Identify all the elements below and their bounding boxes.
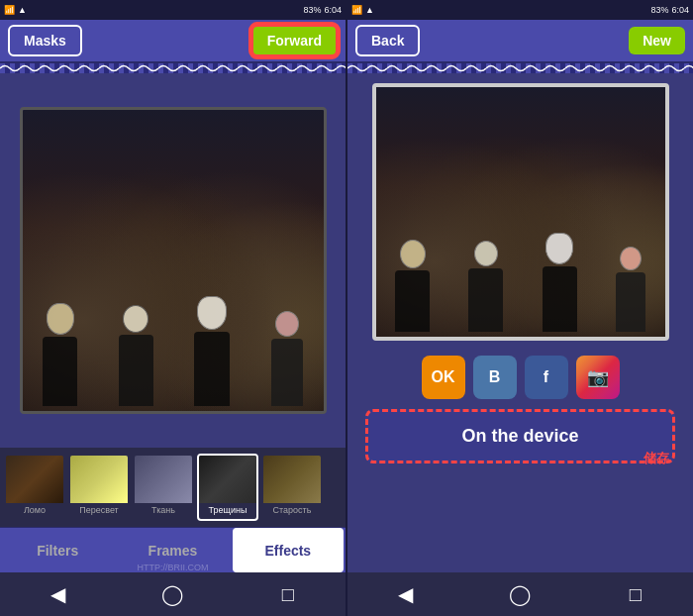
ok-icon: OK xyxy=(432,368,455,386)
left-status-right: 83% 6:04 xyxy=(303,5,342,15)
wavy-decoration-right xyxy=(347,63,693,73)
right-toolbar: Back New xyxy=(347,20,693,63)
save-label: 储存 xyxy=(644,450,669,467)
left-toolbar: Masks Forward xyxy=(0,20,346,63)
right-mask-1 xyxy=(400,240,426,268)
home-nav-icon[interactable]: ◯ xyxy=(158,580,186,608)
photo-content xyxy=(23,110,324,411)
right-body-2 xyxy=(468,268,503,332)
body-1 xyxy=(43,337,77,406)
body-4 xyxy=(271,339,303,406)
filter-lomo-label: Ломо xyxy=(6,505,63,515)
wifi-icon: ▲ xyxy=(18,5,27,15)
left-tab-bar: Filters Frames Effects xyxy=(0,527,346,572)
right-home-nav-icon[interactable]: ◯ xyxy=(506,580,534,608)
filter-cracks[interactable]: Трещины xyxy=(197,454,258,521)
new-button[interactable]: New xyxy=(629,27,685,54)
right-wifi-icon: ▲ xyxy=(365,5,374,15)
right-photo-content xyxy=(376,87,665,337)
right-photo-frame xyxy=(372,83,669,341)
masks-button[interactable]: Masks xyxy=(8,25,82,56)
filter-cracks-thumb xyxy=(199,456,256,503)
figure-2 xyxy=(119,305,153,406)
share-vk-button[interactable]: B xyxy=(473,356,517,399)
figure-3 xyxy=(194,296,230,406)
filter-lomo-thumb xyxy=(6,456,63,503)
device-button-container: On the device 储存 xyxy=(357,409,683,463)
right-panel: 📶 ▲ 83% 6:04 Back New xyxy=(347,0,693,616)
right-mask-2 xyxy=(474,241,498,266)
right-time-display: 6:04 xyxy=(671,5,689,15)
sim-icon: 📶 xyxy=(4,5,15,15)
mask-head-1 xyxy=(47,303,74,335)
mask-head-3 xyxy=(197,296,227,330)
filter-lomo[interactable]: Ломо xyxy=(4,454,65,521)
figure-4 xyxy=(271,311,303,406)
filter-bright-thumb xyxy=(70,456,128,503)
left-nav-bar: ◀ ◯ □ xyxy=(0,572,346,616)
right-nav-bar: ◀ ◯ □ xyxy=(347,572,693,616)
right-body-4 xyxy=(616,272,645,332)
tab-frames[interactable]: Frames xyxy=(117,528,228,572)
share-buttons-row: OK B f 📷 xyxy=(422,356,620,399)
filter-bar: Ломо Пересвет Ткань Трещины Старость xyxy=(0,448,346,527)
right-mask-4 xyxy=(620,247,642,270)
main-image-area xyxy=(0,73,346,448)
filter-old-label: Старость xyxy=(263,505,321,515)
left-panel: 📶 ▲ 83% 6:04 Masks Forward xyxy=(0,0,346,616)
mask-head-4 xyxy=(275,311,299,337)
filter-old-thumb xyxy=(263,456,321,503)
filter-fabric[interactable]: Ткань xyxy=(133,454,194,521)
back-nav-icon[interactable]: ◀ xyxy=(44,580,71,608)
right-figure-4 xyxy=(616,247,645,332)
share-ok-button[interactable]: OK xyxy=(422,356,465,399)
right-image-area: OK B f 📷 On the device 储存 xyxy=(347,73,693,572)
figure-1 xyxy=(43,303,77,406)
share-instagram-button[interactable]: 📷 xyxy=(576,356,620,399)
right-body-3 xyxy=(543,266,577,332)
menu-nav-icon[interactable]: □ xyxy=(274,580,302,608)
filter-bright[interactable]: Пересвет xyxy=(68,454,130,521)
filter-fabric-thumb xyxy=(135,456,192,503)
right-status-bar: 📶 ▲ 83% 6:04 xyxy=(347,0,693,20)
filter-bright-label: Пересвет xyxy=(70,505,128,515)
wavy-decoration-top xyxy=(0,63,346,73)
right-figure-1 xyxy=(395,240,430,332)
right-figure-3 xyxy=(543,233,577,332)
body-3 xyxy=(194,332,230,406)
share-fb-button[interactable]: f xyxy=(525,356,568,399)
right-sim-icon: 📶 xyxy=(351,5,362,15)
fb-icon: f xyxy=(544,368,548,386)
body-2 xyxy=(119,335,153,406)
filter-fabric-label: Ткань xyxy=(135,505,192,515)
right-body-1 xyxy=(395,270,430,332)
filter-old[interactable]: Старость xyxy=(261,454,323,521)
right-status-icons: 📶 ▲ xyxy=(351,5,374,15)
forward-button[interactable]: Forward xyxy=(251,25,338,56)
filter-cracks-label: Трещины xyxy=(199,505,256,515)
on-device-button[interactable]: On the device xyxy=(365,409,675,463)
right-mask-3 xyxy=(545,233,573,264)
photo-frame xyxy=(20,107,327,414)
right-menu-nav-icon[interactable]: □ xyxy=(622,580,649,608)
left-status-icons: 📶 ▲ xyxy=(4,5,27,15)
right-battery-text: 83% xyxy=(650,5,668,15)
right-back-nav-icon[interactable]: ◀ xyxy=(391,580,419,608)
instagram-icon: 📷 xyxy=(587,366,609,388)
right-status-right: 83% 6:04 xyxy=(650,5,689,15)
mask-head-2 xyxy=(123,305,148,333)
left-status-bar: 📶 ▲ 83% 6:04 xyxy=(0,0,346,20)
vk-icon: B xyxy=(489,368,501,386)
right-figure-2 xyxy=(468,241,503,332)
tab-filters[interactable]: Filters xyxy=(2,528,113,572)
back-button[interactable]: Back xyxy=(355,25,420,56)
time-display: 6:04 xyxy=(324,5,342,15)
battery-text: 83% xyxy=(303,5,321,15)
tab-effects[interactable]: Effects xyxy=(233,528,344,572)
